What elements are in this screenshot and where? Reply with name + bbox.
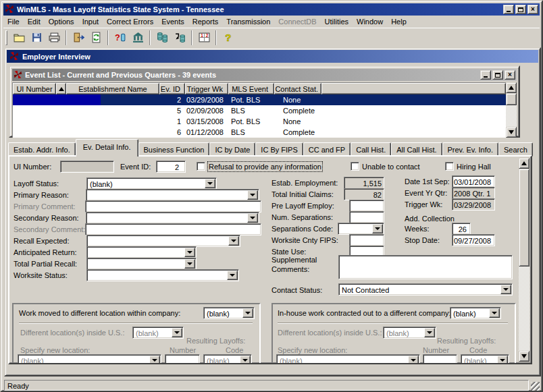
date-1st-sep-field[interactable]: 03/01/2008: [452, 175, 495, 188]
tab-ic-by-date[interactable]: IC by Date: [209, 142, 255, 157]
maximize-button[interactable]: [515, 5, 526, 14]
event-id-field[interactable]: 2: [156, 161, 186, 173]
combo-value[interactable]: (blank): [461, 355, 496, 364]
combo-value[interactable]: (blank): [18, 355, 149, 364]
toolbar-grip[interactable]: [5, 30, 7, 45]
combo-value[interactable]: (blank): [277, 355, 407, 364]
combo-value[interactable]: [87, 270, 226, 281]
total-partial-recall-combo[interactable]: [86, 258, 197, 270]
dropdown-arrow-icon[interactable]: [424, 328, 435, 337]
save-button[interactable]: [28, 30, 45, 46]
minimize-button[interactable]: [503, 5, 514, 14]
stop-date-field[interactable]: 09/27/2008: [452, 234, 495, 246]
column-header-mls-event[interactable]: MLS Event: [228, 83, 274, 94]
grid-compare-button[interactable]: 12: [195, 30, 213, 46]
scrollbar-thumb[interactable]: [506, 93, 517, 105]
primary-reason-combo[interactable]: [86, 189, 259, 201]
combo-value[interactable]: (blank): [204, 308, 242, 318]
menu-input[interactable]: Input: [78, 16, 103, 27]
tab-prev-ev-info[interactable]: Prev. Ev. Info.: [442, 142, 498, 157]
work-moved-combo[interactable]: (blank): [203, 307, 255, 319]
combo-value[interactable]: [87, 258, 184, 269]
column-header-sort[interactable]: [56, 83, 66, 94]
combo-value[interactable]: Not Contacted: [339, 284, 500, 295]
refresh-button[interactable]: [87, 30, 105, 46]
event-list-close-button[interactable]: ×: [505, 70, 515, 80]
tab-call-hist[interactable]: Call Hist.: [351, 142, 391, 157]
scroll-up-button[interactable]: [519, 158, 529, 169]
worksite-cnty-fips-field[interactable]: [349, 234, 384, 246]
database-button[interactable]: [153, 30, 171, 46]
weeks-field[interactable]: 26: [452, 223, 471, 235]
column-header-trigger-wk[interactable]: Trigger Wk: [185, 83, 228, 94]
print-button[interactable]: [45, 30, 63, 46]
combo-value[interactable]: [87, 247, 184, 258]
separations-code-combo[interactable]: [338, 223, 384, 235]
dropdown-arrow-icon[interactable]: [205, 179, 215, 188]
menu-file[interactable]: File: [3, 16, 24, 27]
combo-value[interactable]: (blank): [384, 327, 423, 338]
close-button[interactable]: ×: [527, 5, 538, 14]
event-list-minimize-button[interactable]: [480, 70, 491, 80]
different-location-combo[interactable]: (blank): [132, 327, 184, 339]
event-list-scrollbar[interactable]: [506, 82, 517, 138]
dropdown-arrow-icon[interactable]: [497, 356, 508, 364]
recall-expected-combo[interactable]: [86, 235, 240, 247]
menu-help[interactable]: Help: [387, 16, 411, 27]
dropdown-arrow-icon[interactable]: [247, 213, 258, 223]
num-separations-field[interactable]: [349, 211, 384, 223]
event-list-maximize-button[interactable]: [492, 70, 503, 80]
tab-ic-by-fips[interactable]: IC By FIPS: [255, 142, 303, 157]
scrollbar-track[interactable]: [519, 267, 529, 351]
combo-value[interactable]: [86, 190, 247, 200]
dropdown-arrow-icon[interactable]: [184, 259, 195, 269]
find-events-button[interactable]: ?: [111, 30, 129, 46]
table-row[interactable]: 1 03/15/2008 Pot. BLS None: [13, 116, 506, 127]
table-row[interactable]: 2 03/29/2008 Pot. BLS None: [13, 94, 506, 105]
pre-layoff-employ-field[interactable]: [349, 200, 384, 212]
code-combo[interactable]: (blank): [461, 354, 509, 364]
number-field[interactable]: [423, 354, 457, 364]
scrollbar-track[interactable]: [506, 105, 517, 127]
layoff-status-combo[interactable]: (blank): [86, 177, 217, 190]
table-row[interactable]: 6 01/12/2008 BLS Complete: [13, 127, 506, 138]
dropdown-arrow-icon[interactable]: [372, 224, 383, 233]
specify-new-location-combo[interactable]: (blank): [18, 354, 161, 364]
dropdown-arrow-icon[interactable]: [247, 190, 258, 200]
column-header-contact-stat[interactable]: Contact Stat.: [274, 83, 321, 94]
tab-cc-and-fp[interactable]: CC and FP: [303, 142, 351, 157]
number-field[interactable]: [165, 354, 200, 364]
primary-comment-field[interactable]: [85, 200, 261, 213]
database-transfer-button[interactable]: [171, 30, 188, 46]
menu-options[interactable]: Options: [45, 16, 78, 27]
tab-search[interactable]: Search: [498, 142, 533, 157]
specify-new-location-combo[interactable]: (blank): [276, 354, 420, 364]
scroll-up-button[interactable]: [506, 82, 517, 93]
menu-window[interactable]: Window: [353, 16, 387, 27]
column-header-ui-number[interactable]: UI Number: [13, 83, 56, 94]
scrollbar-thumb[interactable]: [519, 169, 529, 267]
in-house-combo[interactable]: (blank): [450, 307, 501, 319]
resize-grip[interactable]: [531, 382, 540, 391]
combo-value[interactable]: (blank): [204, 355, 239, 364]
table-row[interactable]: 5 02/09/2008 BLS Complete: [13, 105, 506, 116]
dropdown-arrow-icon[interactable]: [227, 271, 238, 280]
hiring-hall-checkbox[interactable]: [445, 162, 454, 171]
dropdown-arrow-icon[interactable]: [228, 236, 239, 246]
menu-events[interactable]: Events: [157, 16, 188, 27]
different-location-combo[interactable]: (blank): [383, 327, 436, 339]
combo-value[interactable]: (blank): [133, 327, 171, 338]
refusal-checkbox[interactable]: [197, 162, 205, 171]
contact-status-combo[interactable]: Not Contacted: [338, 283, 513, 296]
combo-value[interactable]: [86, 213, 247, 223]
combo-value[interactable]: (blank): [450, 308, 488, 318]
dropdown-arrow-icon[interactable]: [242, 308, 253, 318]
supplemental-comments-textarea[interactable]: [338, 255, 513, 279]
tab-business-function[interactable]: Business Function: [138, 142, 210, 157]
menu-reports[interactable]: Reports: [188, 16, 223, 27]
exit-button[interactable]: [70, 30, 87, 46]
worksite-status-combo[interactable]: [86, 269, 239, 281]
anticipated-return-combo[interactable]: [86, 246, 197, 258]
form-scrollbar[interactable]: [519, 158, 529, 362]
column-header-establishment-name[interactable]: Establishment Name: [66, 83, 159, 94]
